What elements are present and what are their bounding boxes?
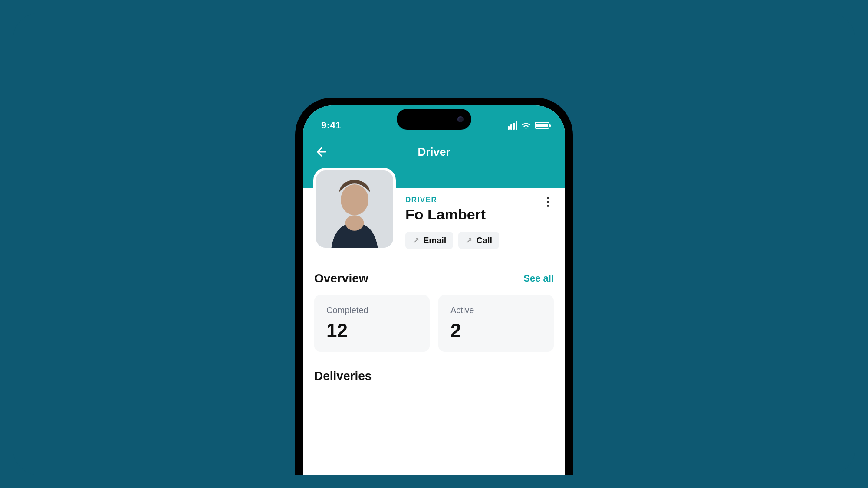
more-options-button[interactable] <box>542 196 554 208</box>
phone-frame: 9:41 <box>295 98 573 475</box>
call-button-label: Call <box>476 236 492 246</box>
role-label: DRIVER <box>405 196 554 204</box>
active-value: 2 <box>450 320 542 341</box>
signal-icon <box>508 121 517 130</box>
email-button[interactable]: ↗ Email <box>405 232 453 249</box>
camera-dot <box>457 116 464 122</box>
profile-block: DRIVER Fo Lambert ↗ Email ↗ Call <box>303 188 565 262</box>
deliveries-title: Deliveries <box>314 369 554 383</box>
driver-name: Fo Lambert <box>405 206 554 223</box>
overview-title: Overview <box>314 272 368 285</box>
deliveries-section: Deliveries <box>303 352 565 383</box>
arrow-up-right-icon: ↗ <box>412 235 420 246</box>
phone-screen: 9:41 <box>303 105 565 475</box>
call-button[interactable]: ↗ Call <box>458 232 499 249</box>
app-bar-title: Driver <box>418 145 450 159</box>
action-row: ↗ Email ↗ Call <box>405 232 554 249</box>
svg-point-1 <box>341 184 368 215</box>
dynamic-island <box>397 109 471 130</box>
avatar-placeholder-icon <box>316 170 393 248</box>
stats-row: Completed 12 Active 2 <box>314 295 554 352</box>
battery-icon <box>535 122 549 129</box>
app-bar: Driver <box>303 136 565 168</box>
status-time: 9:41 <box>321 120 341 131</box>
stage-background: 9:41 <box>13 13 855 475</box>
overview-section: Overview See all Completed 12 Active 2 <box>303 262 565 352</box>
back-button[interactable] <box>313 144 330 160</box>
completed-value: 12 <box>326 320 418 341</box>
see-all-link[interactable]: See all <box>523 273 554 284</box>
back-arrow-icon <box>315 145 329 159</box>
completed-label: Completed <box>326 305 418 315</box>
completed-card[interactable]: Completed 12 <box>314 295 430 352</box>
active-card[interactable]: Active 2 <box>438 295 554 352</box>
arrow-up-right-icon: ↗ <box>465 235 473 246</box>
email-button-label: Email <box>423 236 446 246</box>
wifi-icon <box>521 121 531 129</box>
status-indicators <box>508 121 549 130</box>
svg-point-2 <box>345 215 364 231</box>
active-label: Active <box>450 305 542 315</box>
driver-avatar[interactable] <box>313 168 396 250</box>
overview-header: Overview See all <box>314 272 554 285</box>
